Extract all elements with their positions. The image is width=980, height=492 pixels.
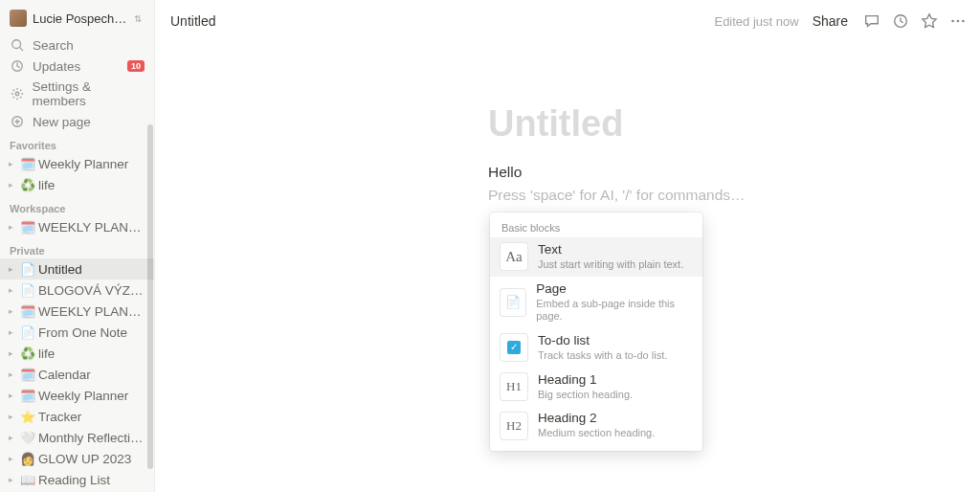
private-page-item[interactable]: ▸ 📄 BLOGOVÁ VÝZVA: [0, 280, 154, 301]
chevron-right-icon[interactable]: ▸: [4, 157, 17, 170]
page-label: Weekly Planner: [38, 389, 146, 403]
page-emoji-icon: 🗓️: [19, 155, 36, 172]
page-label: Tracker: [38, 410, 146, 424]
workspace-page-item[interactable]: ▸ 🗓️ WEEKLY PLANNING: [0, 216, 154, 237]
breadcrumb[interactable]: Untitled: [167, 10, 219, 33]
chevron-right-icon[interactable]: ▸: [4, 178, 17, 191]
favorites-page-item[interactable]: ▸ ♻️ life: [0, 174, 154, 195]
private-page-item[interactable]: ▸ ⭐ Tracker: [0, 406, 154, 427]
slash-item-label: Heading 1: [538, 372, 633, 389]
body-placeholder[interactable]: Press 'space' for AI, '/' for commands…: [488, 187, 746, 204]
sidebar: Lucie Pospecho… ⇅ Search Updates 10 Sett…: [0, 0, 155, 492]
page-emoji-icon: 📖: [19, 471, 36, 488]
page-label: WEEKLY PLANNING (1): [38, 304, 146, 319]
page-emoji-icon: ♻️: [19, 345, 36, 362]
svg-point-3: [15, 92, 19, 96]
settings-label: Settings & members: [32, 79, 145, 108]
page-label: WEEKLY PLANNING: [38, 220, 146, 235]
private-page-item[interactable]: ▸ 📄 From One Note: [0, 322, 154, 343]
slash-section-title: Basic blocks: [490, 218, 702, 237]
svg-point-6: [951, 20, 954, 23]
slash-item-desc: Embed a sub-page inside this page.: [536, 298, 693, 324]
section-workspace: Workspace: [0, 195, 154, 216]
page-emoji-icon: 📄: [19, 260, 36, 278]
body-text[interactable]: Hello: [488, 164, 522, 181]
chevron-updown-icon: ⇅: [134, 13, 142, 24]
gear-icon: [10, 86, 24, 101]
chevron-right-icon[interactable]: ▸: [4, 473, 17, 486]
slash-item-desc: Track tasks with a to-do list.: [538, 349, 667, 363]
page-emoji-icon: 📄: [19, 281, 36, 299]
slash-item-icon: Aa: [500, 242, 528, 271]
chevron-right-icon[interactable]: ▸: [4, 304, 17, 318]
page-emoji-icon: 🗓️: [19, 387, 36, 404]
svg-point-7: [957, 20, 960, 23]
page-label: Untitled: [38, 262, 146, 277]
slash-item-desc: Just start writing with plain text.: [538, 258, 683, 272]
settings-nav[interactable]: Settings & members: [0, 77, 154, 111]
sidebar-scrollbar[interactable]: [147, 124, 153, 469]
page-title-input[interactable]: Untitled: [488, 103, 623, 145]
page-emoji-icon: 🤍: [19, 429, 36, 446]
plus-circle-icon: [10, 114, 25, 129]
share-button[interactable]: Share: [807, 10, 854, 33]
page-emoji-icon: 🗓️: [19, 218, 36, 235]
search-icon: [10, 37, 25, 53]
chevron-right-icon[interactable]: ▸: [4, 283, 17, 297]
chevron-right-icon[interactable]: ▸: [4, 410, 17, 423]
page-emoji-icon: 📄: [19, 324, 36, 341]
slash-item-text[interactable]: Aa Text Just start writing with plain te…: [490, 237, 702, 277]
chevron-right-icon[interactable]: ▸: [4, 220, 17, 234]
page-label: Monthly Reflection 20…: [38, 431, 146, 445]
slash-item-heading-2[interactable]: H2 Heading 2 Medium section heading.: [490, 406, 702, 445]
chevron-right-icon[interactable]: ▸: [4, 262, 17, 276]
chevron-right-icon[interactable]: ▸: [4, 431, 17, 444]
private-page-item[interactable]: ▸ ♻️ life: [0, 343, 154, 364]
page-emoji-icon: 🗓️: [19, 302, 36, 320]
chevron-right-icon[interactable]: ▸: [4, 347, 17, 360]
star-icon[interactable]: [919, 11, 940, 32]
page-emoji-icon: ⭐: [19, 408, 36, 425]
private-page-item[interactable]: ▸ 🗓️ Weekly Planner: [0, 385, 154, 406]
more-icon[interactable]: [947, 11, 969, 32]
topbar: Untitled Edited just now Share: [155, 0, 980, 42]
slash-menu: Basic blocks Aa Text Just start writing …: [490, 212, 702, 451]
page-label: life: [38, 347, 146, 361]
svg-line-1: [20, 48, 24, 52]
svg-point-0: [12, 40, 21, 49]
chevron-right-icon[interactable]: ▸: [4, 389, 17, 402]
page-label: Reading List: [38, 473, 146, 487]
page-content: Untitled Hello Press 'space' for AI, '/'…: [488, 42, 980, 204]
chevron-right-icon[interactable]: ▸: [4, 368, 17, 381]
chevron-right-icon[interactable]: ▸: [4, 325, 17, 339]
slash-item-heading-1[interactable]: H1 Heading 1 Big section heading.: [490, 368, 702, 407]
slash-item-desc: Big section heading.: [538, 389, 633, 402]
section-favorites: Favorites: [0, 132, 154, 153]
comments-icon[interactable]: [861, 11, 882, 32]
search-nav[interactable]: Search: [0, 34, 154, 56]
workspace-switcher[interactable]: Lucie Pospecho… ⇅: [0, 6, 154, 34]
page-emoji-icon: ♻️: [19, 176, 36, 193]
page-label: Calendar: [38, 368, 146, 382]
updates-label: Updates: [33, 59, 80, 74]
chevron-right-icon[interactable]: ▸: [4, 452, 17, 465]
updates-nav[interactable]: Updates 10: [0, 56, 154, 77]
slash-item-to-do-list[interactable]: ✓ To-do list Track tasks with a to-do li…: [490, 328, 702, 368]
page-emoji-icon: 🗓️: [19, 366, 36, 383]
private-page-item[interactable]: ▸ 👩 GLOW UP 2023: [0, 448, 154, 469]
private-page-item[interactable]: ▸ 📖 Reading List: [0, 469, 154, 490]
page-emoji-icon: 👩: [19, 450, 36, 467]
workspace-avatar: [10, 10, 27, 27]
slash-item-label: Page: [536, 281, 693, 298]
private-page-item[interactable]: ▸ 🗓️ WEEKLY PLANNING (1): [0, 301, 154, 322]
section-private: Private: [0, 237, 154, 258]
history-icon[interactable]: [890, 11, 911, 32]
private-page-item[interactable]: ▸ 📄 Untitled: [0, 258, 154, 280]
new-page-label: New page: [33, 115, 91, 129]
slash-item-label: Heading 2: [538, 411, 655, 427]
slash-item-page[interactable]: 📄 Page Embed a sub-page inside this page…: [490, 277, 702, 328]
new-page-nav[interactable]: New page: [0, 111, 154, 132]
private-page-item[interactable]: ▸ 🤍 Monthly Reflection 20…: [0, 427, 154, 448]
favorites-page-item[interactable]: ▸ 🗓️ Weekly Planner: [0, 153, 154, 174]
private-page-item[interactable]: ▸ 🗓️ Calendar: [0, 364, 154, 385]
